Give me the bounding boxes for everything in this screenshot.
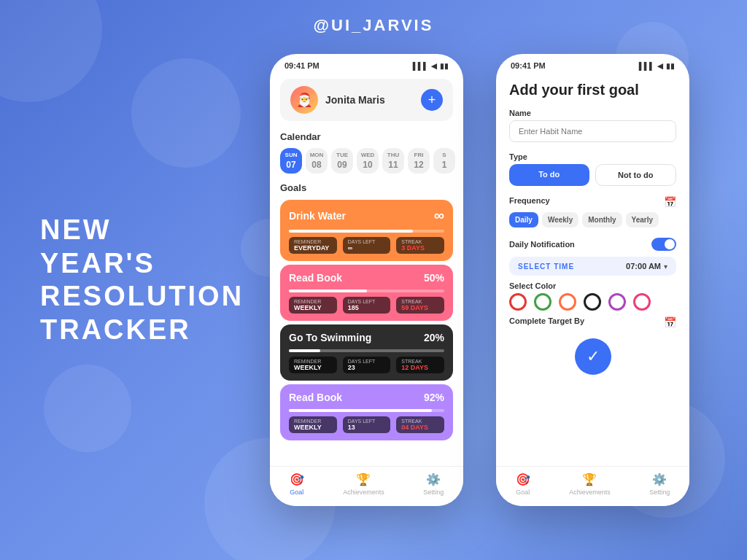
color-red[interactable]	[509, 293, 527, 311]
goal-meta-reminder-1: REMINDER WEEKLY	[289, 297, 337, 314]
notification-section: Daily Notification	[496, 235, 689, 254]
goal-card-3[interactable]: Read Book 92% REMINDER WEEKLY DAYS LEFT …	[280, 384, 453, 440]
name-section: Name	[496, 106, 689, 145]
goal-title-0: Drink Water	[289, 210, 346, 222]
goal-meta-days-3: DAYS LEFT 13	[343, 416, 391, 433]
nav-achievements-left[interactable]: 🏆 Achievements	[343, 472, 384, 496]
freq-yearly[interactable]: Yearly	[626, 212, 659, 228]
profile-card: 🎅 Jonita Maris +	[280, 79, 453, 121]
calendar-label: Calendar	[270, 127, 463, 145]
status-time-right: 09:41 PM	[511, 61, 546, 70]
goal-card-1[interactable]: Read Book 50% REMINDER WEEKLY DAYS LEFT …	[280, 265, 453, 321]
app-tagline: NEW YEAR'S RESOLUTION TRACKER	[40, 214, 244, 346]
form-title: Add your first goal	[496, 73, 689, 106]
phone-goals-screen: 09:41 PM ▌▌▌◀▮▮ 🎅 Jonita Maris + Calenda…	[270, 54, 463, 506]
goal-meta-streak-3: STREAK 04 DAYS	[396, 416, 444, 433]
nav-achievements-right[interactable]: 🏆 Achievements	[569, 472, 611, 496]
checkmark-icon: ✓	[587, 347, 600, 366]
goal-card-0[interactable]: Drink Water ∞ REMINDER EVERYDAY DAYS LEF…	[280, 200, 453, 261]
cal-day-4[interactable]: THU 11	[382, 148, 404, 174]
frequency-section: Frequency 📅 Daily Weekly Monthly Yearly	[496, 193, 689, 230]
nav-setting-right[interactable]: ⚙️ Setting	[649, 472, 670, 496]
freq-weekly[interactable]: Weekly	[542, 212, 578, 228]
bottom-nav-right: 🎯 Goal 🏆 Achievements ⚙️ Setting	[496, 466, 689, 506]
cal-day-2[interactable]: TUE 09	[331, 148, 353, 174]
goal-value-2: 20%	[424, 332, 444, 343]
freq-monthly[interactable]: Monthly	[582, 212, 622, 228]
goal-title-3: Read Book	[289, 392, 342, 403]
freq-daily[interactable]: Daily	[509, 212, 538, 228]
goal-meta-reminder-0: REMINDER EVERYDAY	[289, 237, 337, 254]
time-select-label: SELECT TIME	[518, 262, 574, 271]
color-black[interactable]	[584, 293, 601, 311]
time-value: 07:00 AM	[626, 262, 661, 271]
type-todo-button[interactable]: To do	[509, 164, 589, 186]
color-pink[interactable]	[633, 293, 651, 311]
nav-setting-left[interactable]: ⚙️ Setting	[423, 472, 444, 496]
time-select[interactable]: SELECT TIME 07:00 AM ▾	[509, 257, 676, 276]
chevron-down-icon: ▾	[664, 262, 667, 271]
goal-meta-reminder-3: REMINDER WEEKLY	[289, 416, 337, 433]
goal-meta-streak-1: STREAK 59 DAYS	[396, 297, 444, 314]
goals-label: Goals	[270, 178, 463, 196]
status-icons-left: ▌▌▌◀▮▮	[413, 62, 449, 70]
cal-day-6[interactable]: S 1	[433, 148, 455, 174]
color-label: Select Color	[509, 281, 676, 290]
nav-goal-left[interactable]: 🎯 Goal	[290, 472, 304, 496]
frequency-label: Frequency	[509, 196, 550, 205]
phone-add-goal-screen: 09:41 PM ▌▌▌◀▮▮ Add your first goal Name…	[496, 54, 689, 506]
target-label: Complete Target By	[509, 316, 584, 325]
status-icons-right: ▌▌▌◀▮▮	[639, 62, 675, 70]
notification-toggle[interactable]	[651, 238, 676, 251]
type-not-todo-button[interactable]: Not to do	[595, 164, 677, 186]
goal-meta-days-2: DAYS LEFT 23	[343, 357, 391, 373]
status-time-left: 09:41 PM	[285, 61, 320, 70]
add-goal-button[interactable]: +	[421, 89, 443, 111]
goal-meta-streak-2: STREAK 12 DAYS	[396, 357, 444, 373]
color-purple[interactable]	[608, 293, 626, 311]
type-section: Type To do Not to do	[496, 149, 689, 189]
profile-name: Jonita Maris	[325, 94, 421, 106]
name-label: Name	[509, 109, 676, 117]
color-green[interactable]	[534, 293, 551, 311]
status-bar-left: 09:41 PM ▌▌▌◀▮▮	[270, 54, 463, 73]
goal-title-2: Go To Swimming	[289, 332, 371, 343]
calendar-strip: SUN 07 MON 08 TUE 09 WED 10 THU 11 FRI 1…	[270, 145, 463, 178]
goal-meta-reminder-2: REMINDER WEEKLY	[289, 357, 337, 373]
goal-value-1: 50%	[424, 272, 444, 284]
color-section: Select Color	[496, 279, 689, 314]
goal-card-2[interactable]: Go To Swimming 20% REMINDER WEEKLY DAYS …	[280, 324, 453, 381]
avatar: 🎅	[290, 86, 318, 114]
goal-title-1: Read Book	[289, 272, 342, 284]
notification-label: Daily Notification	[509, 240, 575, 249]
goal-meta-days-1: DAYS LEFT 185	[343, 297, 391, 314]
goal-value-0: ∞	[434, 207, 444, 224]
color-orange[interactable]	[559, 293, 576, 311]
calendar-icon: 📅	[664, 196, 676, 208]
cal-day-0[interactable]: SUN 07	[280, 148, 302, 174]
cal-day-5[interactable]: FRI 12	[408, 148, 430, 174]
cal-day-1[interactable]: MON 08	[306, 148, 328, 174]
type-label: Type	[509, 152, 676, 161]
header-title: @UI_JARVIS	[314, 16, 434, 35]
target-section: Complete Target By 📅	[496, 314, 689, 331]
goal-meta-streak-0: STREAK 3 DAYS	[396, 237, 444, 254]
submit-button[interactable]: ✓	[575, 338, 611, 375]
nav-goal-right[interactable]: 🎯 Goal	[516, 472, 530, 496]
status-bar-right: 09:41 PM ▌▌▌◀▮▮	[496, 54, 689, 73]
goal-meta-days-0: DAYS LEFT ∞	[343, 237, 391, 254]
bottom-nav-left: 🎯 Goal 🏆 Achievements ⚙️ Setting	[270, 466, 463, 506]
name-input[interactable]	[509, 120, 676, 142]
calendar-target-icon: 📅	[664, 316, 676, 328]
cal-day-3[interactable]: WED 10	[357, 148, 379, 174]
goal-value-3: 92%	[424, 392, 444, 403]
